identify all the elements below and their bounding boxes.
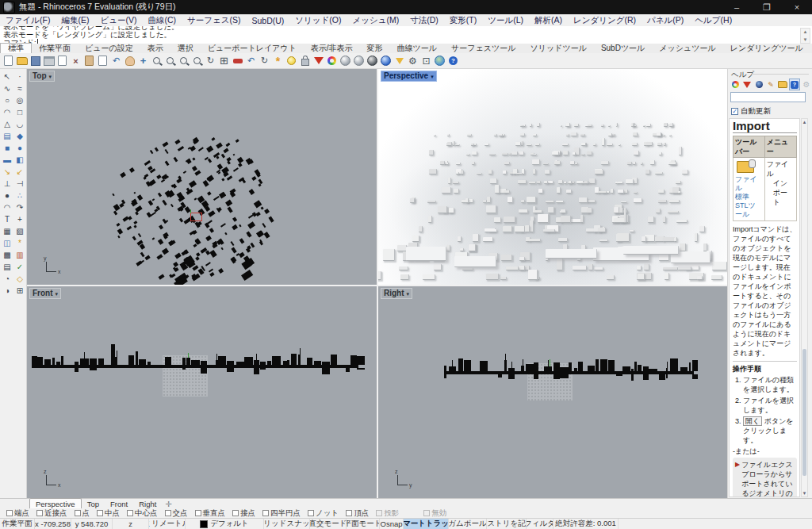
menu-メッシュ[interactable]: メッシュ(M) bbox=[347, 15, 404, 26]
fillet-tool[interactable]: ↘ bbox=[1, 166, 13, 178]
toolbar-tab-SubDツール[interactable]: SubDツール bbox=[594, 44, 652, 53]
blend-tool[interactable]: ↷ bbox=[13, 201, 26, 213]
join-tool[interactable]: ● bbox=[1, 190, 13, 201]
grid-array-tool[interactable]: ▩ bbox=[1, 249, 13, 261]
panel-gear-icon[interactable]: ⚙ bbox=[801, 79, 812, 90]
status-絶対許容差: 0.001[interactable]: 絶対許容差: 0.001 bbox=[553, 519, 619, 529]
print-icon[interactable] bbox=[42, 54, 56, 67]
material-icon[interactable] bbox=[393, 54, 406, 67]
viewport-tab-Top[interactable]: Top bbox=[82, 499, 105, 508]
surface-corner-tool[interactable]: ◆ bbox=[13, 130, 26, 142]
status-z[interactable]: z bbox=[113, 519, 149, 529]
rotate-view-icon[interactable]: ↻ bbox=[204, 54, 217, 67]
circle-tool[interactable]: ○ bbox=[1, 94, 13, 106]
help-scrollbar[interactable]: ▲ ▼ bbox=[801, 118, 808, 497]
brush-panel-icon[interactable]: ✎ bbox=[765, 79, 776, 90]
status-グリッドスナップ[interactable]: グリッドスナップ bbox=[264, 519, 310, 529]
point-tool[interactable]: · bbox=[13, 71, 26, 82]
render-preview-icon[interactable] bbox=[325, 54, 339, 67]
cplane-icon[interactable] bbox=[231, 54, 244, 67]
toolbar-tab-作業平面[interactable]: 作業平面 bbox=[32, 44, 78, 53]
menu-ヘルプ[interactable]: ヘルプ(H) bbox=[689, 15, 737, 26]
viewport-perspective-label[interactable]: Perspective▾ bbox=[381, 71, 437, 82]
menu-変形[interactable]: 変形(T) bbox=[444, 15, 482, 26]
viewport-top[interactable]: Top▾ yx bbox=[27, 69, 377, 285]
help-search-input[interactable] bbox=[730, 92, 806, 102]
toolbar-tab-標準[interactable]: 標準 bbox=[0, 43, 32, 53]
render-panel-icon[interactable] bbox=[741, 79, 753, 90]
osnap-投影[interactable]: 投影 bbox=[376, 508, 399, 519]
command-scroll-widget[interactable]: ▲▼ bbox=[800, 28, 810, 44]
viewport-tab-Front[interactable]: Front bbox=[105, 499, 133, 508]
menu-寸法[interactable]: 寸法(D) bbox=[404, 15, 444, 26]
curve-edit-tool[interactable]: ≈ bbox=[13, 82, 26, 94]
status-作業平面[interactable]: 作業平面 bbox=[0, 519, 35, 529]
curve-boolean-tool[interactable]: ◑ bbox=[1, 285, 13, 297]
sphere-tool[interactable]: ● bbox=[13, 142, 26, 154]
cage-tool[interactable]: ◇ bbox=[13, 273, 26, 285]
viewport-tab-Right[interactable]: Right bbox=[133, 499, 162, 508]
status-y 548.720[interactable]: y 548.720 bbox=[71, 519, 113, 529]
osnap-近接点[interactable]: 近接点 bbox=[36, 508, 67, 519]
zoom-window-icon[interactable] bbox=[177, 54, 190, 67]
osnap-無効[interactable]: 無効 bbox=[423, 508, 446, 519]
toolbar-tab-ビューポートレイアウト[interactable]: ビューポートレイアウト bbox=[201, 44, 304, 53]
save-icon[interactable] bbox=[29, 54, 42, 67]
curve-tool[interactable]: ∿ bbox=[1, 82, 13, 94]
text-tool[interactable]: T bbox=[1, 213, 13, 225]
menu-曲線[interactable]: 曲線(C) bbox=[142, 15, 182, 26]
chamfer-tool[interactable]: ↙ bbox=[13, 166, 26, 178]
toolbar-tab-ソリッドツール[interactable]: ソリッドツール bbox=[523, 44, 593, 53]
rendered-ball-icon[interactable] bbox=[366, 54, 379, 67]
status-Osnap[interactable]: Osnap bbox=[380, 519, 404, 529]
save-small-tool[interactable]: ◫ bbox=[1, 237, 13, 249]
dimension-tool[interactable]: + bbox=[13, 213, 26, 225]
viewport-layout-icon[interactable]: ⊞ bbox=[217, 54, 231, 67]
menu-ファイル[interactable]: ファイル(F) bbox=[0, 15, 56, 26]
display-panel-icon[interactable] bbox=[730, 79, 741, 90]
status-ヒストリを記録[interactable]: ヒストリを記録 bbox=[487, 519, 527, 529]
osnap-中点[interactable]: 中点 bbox=[97, 508, 120, 519]
cylinder-tool[interactable]: ▬ bbox=[1, 154, 13, 166]
menu-レンダリング[interactable]: レンダリング(R) bbox=[568, 15, 642, 26]
command-help-icon[interactable]: ? bbox=[446, 54, 460, 67]
auto-update-checkbox[interactable]: ✓ 自動更新 bbox=[731, 106, 771, 117]
copy-icon[interactable] bbox=[82, 54, 96, 67]
pan-icon[interactable] bbox=[123, 54, 136, 67]
osnap-点[interactable]: 点 bbox=[75, 508, 90, 519]
menu-解析[interactable]: 解析(A) bbox=[529, 15, 568, 26]
export-icon[interactable] bbox=[56, 54, 69, 67]
polygon-tool[interactable]: △ bbox=[1, 118, 13, 130]
viewport-front-label[interactable]: Front▾ bbox=[29, 288, 61, 299]
status-ミリメートル[interactable]: ミリメートル bbox=[149, 519, 186, 529]
freeform-tool[interactable]: ◡ bbox=[13, 118, 26, 130]
move-icon[interactable]: + bbox=[136, 54, 150, 67]
minimize-button[interactable]: – bbox=[722, 0, 752, 14]
lock-icon[interactable] bbox=[298, 54, 312, 67]
toolbar-tab-レンダリングツール[interactable]: レンダリングツール bbox=[723, 44, 810, 53]
status-フィルタ[interactable]: フィルタ bbox=[527, 519, 553, 529]
toolbar-tab-表示[interactable]: 表示 bbox=[140, 44, 170, 53]
close-button[interactable]: × bbox=[782, 0, 812, 14]
circle-3pt-tool[interactable]: ◎ bbox=[13, 94, 26, 106]
group-tool[interactable]: ∴ bbox=[13, 190, 26, 201]
delete-icon[interactable]: × bbox=[69, 54, 82, 67]
globe-panel-icon[interactable] bbox=[753, 79, 764, 90]
zoom-extents-icon[interactable] bbox=[190, 54, 204, 67]
toolbar-link-ファイル[interactable]: ファイル bbox=[735, 175, 763, 193]
shade-mode-icon[interactable] bbox=[312, 54, 325, 67]
raytrace-ball-icon[interactable] bbox=[379, 54, 393, 67]
viewport-front[interactable]: Front▾ zx bbox=[27, 286, 377, 498]
extrude-tool[interactable]: ◧ bbox=[13, 154, 26, 166]
status-直交モード[interactable]: 直交モード bbox=[310, 519, 347, 529]
toolbar-tab-選択[interactable]: 選択 bbox=[170, 44, 201, 53]
block-tool[interactable]: ▦ bbox=[1, 225, 13, 237]
zoom-icon[interactable] bbox=[150, 54, 163, 67]
osnap-ノット[interactable]: ノット bbox=[308, 508, 339, 519]
paste-icon[interactable] bbox=[96, 54, 109, 67]
osnap-四半円点[interactable]: 四半円点 bbox=[262, 508, 301, 519]
menu-ソリッド[interactable]: ソリッド(O) bbox=[289, 15, 347, 26]
rectangle-tool[interactable]: □ bbox=[13, 106, 26, 118]
folder-panel-icon[interactable] bbox=[777, 79, 788, 90]
zoom-dynamic-icon[interactable] bbox=[163, 54, 177, 67]
